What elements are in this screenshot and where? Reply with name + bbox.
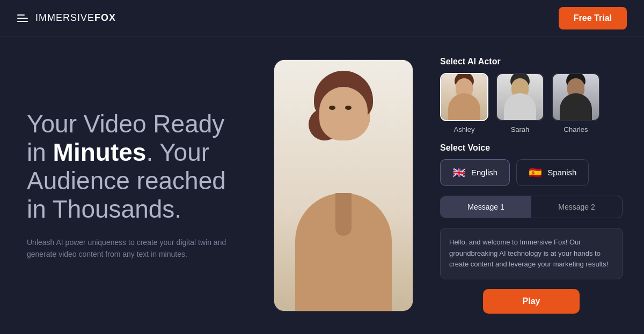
actor-section: Select AI Actor Ashley xyxy=(440,57,623,133)
actor-thumb-charles xyxy=(552,73,600,121)
hero-title: Your Video Ready in Minutes. Your Audien… xyxy=(27,110,241,224)
flag-icon-english: 🇬🇧 xyxy=(452,166,466,179)
header-left: IMMERSIVEFOX xyxy=(17,12,116,24)
avatar-face xyxy=(319,87,368,140)
voice-label-english: English xyxy=(471,168,497,177)
actor-card-sarah[interactable]: Sarah xyxy=(496,73,544,133)
video-card xyxy=(274,60,413,311)
voice-btn-english[interactable]: 🇬🇧 English xyxy=(440,159,510,186)
hero-title-bold: Minutes xyxy=(53,138,147,166)
voice-section-label: Select Voice xyxy=(440,143,623,153)
logo-regular: IMMERSIVE xyxy=(35,12,94,23)
flag-icon-spanish: 🇪🇸 xyxy=(529,166,542,179)
hero-subtitle: Unleash AI power uniqueness to create yo… xyxy=(27,236,241,261)
actor-name-charles: Charles xyxy=(564,125,588,133)
logo: IMMERSIVEFOX xyxy=(35,12,116,24)
avatar-figure xyxy=(274,60,413,311)
voice-row: 🇬🇧 English 🇪🇸 Spanish xyxy=(440,159,623,186)
message-tabs: Message 1 Message 2 xyxy=(440,196,623,218)
logo-bold: FOX xyxy=(94,12,116,23)
actor-body-charles xyxy=(560,93,592,120)
actor-card-charles[interactable]: Charles xyxy=(552,73,600,133)
actor-card-ashley[interactable]: Ashley xyxy=(440,73,488,133)
actor-thumb-ashley xyxy=(440,73,488,121)
voice-btn-spanish[interactable]: 🇪🇸 Spanish xyxy=(516,159,589,186)
voice-label-spanish: Spanish xyxy=(547,168,576,177)
message-text: Hello, and welcome to Immersive Fox! Our… xyxy=(440,228,623,279)
play-button[interactable]: Play xyxy=(483,289,580,314)
header: IMMERSIVEFOX Free Trial xyxy=(0,0,644,36)
voice-section: Select Voice 🇬🇧 English 🇪🇸 Spanish xyxy=(440,143,623,186)
hero-title-line3: Audience reached xyxy=(27,167,226,195)
hero-title-line1: Your Video Ready xyxy=(27,110,224,138)
tab-message-1[interactable]: Message 1 xyxy=(441,196,531,218)
free-trial-button[interactable]: Free Trial xyxy=(559,7,627,29)
hero-title-line2-normal: in xyxy=(27,138,53,166)
actor-body-sarah xyxy=(504,93,536,120)
hero-section: Your Video Ready in Minutes. Your Audien… xyxy=(0,88,268,281)
main-content: Your Video Ready in Minutes. Your Audien… xyxy=(0,36,644,334)
hero-title-line4: in Thousands. xyxy=(27,195,181,223)
actor-thumb-sarah xyxy=(496,73,544,121)
video-preview-section xyxy=(268,36,419,334)
actor-name-sarah: Sarah xyxy=(511,125,530,133)
actor-figure-sarah xyxy=(497,74,543,120)
hamburger-icon[interactable] xyxy=(17,14,28,22)
actor-name-ashley: Ashley xyxy=(453,125,474,133)
actor-figure-charles xyxy=(553,74,599,120)
actor-figure-ashley xyxy=(441,74,487,120)
actors-row: Ashley Sarah xyxy=(440,73,623,133)
tab-message-2[interactable]: Message 2 xyxy=(531,196,622,218)
actor-body-ashley xyxy=(448,93,480,120)
actor-section-label: Select AI Actor xyxy=(440,57,623,66)
avatar-container xyxy=(274,60,413,311)
hero-title-line2-end: . Your xyxy=(146,138,209,166)
right-panel: Select AI Actor Ashley xyxy=(419,41,644,330)
avatar-body xyxy=(295,193,392,311)
